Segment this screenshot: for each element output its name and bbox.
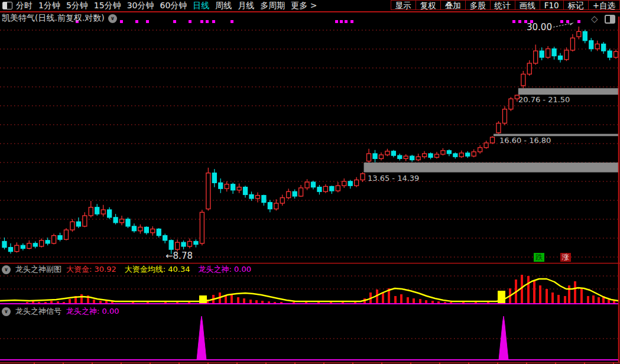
rise-button[interactable]: 涨: [560, 253, 571, 262]
period-item-4[interactable]: 30分钟: [127, 1, 154, 11]
toolbar-button-2[interactable]: 叠加: [440, 0, 466, 10]
svg-text:20.76 - 21.50: 20.76 - 21.50: [518, 95, 570, 104]
svg-text:←8.78: ←8.78: [165, 251, 193, 261]
toolbar-button-5[interactable]: 画线: [515, 0, 540, 10]
panel2-collapse-icon[interactable]: ∨: [2, 307, 11, 316]
toolbar-button-1[interactable]: 复权: [416, 0, 441, 10]
toolbar-button-4[interactable]: 统计: [490, 0, 515, 10]
period-item-10[interactable]: 更多 >: [291, 1, 317, 11]
panel1-fields: 大资金: 30.92大资金均线: 40.34龙头之神: 0.00: [66, 264, 251, 275]
toolbar-button-7[interactable]: 标记: [563, 0, 589, 10]
signal-dots: [76, 20, 580, 23]
period-item-5[interactable]: 60分钟: [160, 1, 187, 11]
indicator-field-龙头之神: 龙头之神: 0.00: [66, 306, 119, 317]
panel1-chart: [0, 275, 618, 304]
gap-bands: 20.76 - 21.5016.60 - 16.8013.65 - 14.39: [364, 88, 618, 183]
indicator-field-大资金: 大资金: 30.92: [66, 264, 116, 275]
panel2-header: ∨ 龙头之神信号 龙头之神: 0.00: [2, 306, 119, 317]
top-toolbar: 分时1分钟5分钟15分钟30分钟60分钟日线周线月线多周期更多 > 显示复权叠加…: [0, 0, 620, 12]
indicator-field-龙头之神: 龙头之神: 0.00: [198, 264, 251, 275]
period-item-1[interactable]: 1分钟: [38, 1, 60, 11]
period-item-9[interactable]: 多周期: [260, 1, 285, 11]
period-item-0[interactable]: 分时: [16, 1, 33, 11]
chart-title-row: 凯美特气(日线.前复权.对数) ∨: [2, 13, 117, 24]
toolbar-button-0[interactable]: 显示: [391, 0, 416, 10]
fall-button[interactable]: 跌: [534, 253, 544, 262]
panel2-fields: 龙头之神: 0.00: [66, 306, 119, 317]
collapse-chevron-icon[interactable]: ∨: [108, 14, 117, 23]
panel2-title: 龙头之神信号: [15, 306, 61, 317]
period-item-2[interactable]: 5分钟: [66, 1, 88, 11]
indicator-field-大资金均线: 大资金均线: 40.34: [125, 264, 190, 275]
svg-text:30.00: 30.00: [527, 22, 552, 32]
period-menu: 分时1分钟5分钟15分钟30分钟60分钟日线周线月线多周期更多 >: [16, 1, 317, 11]
panel1-title: 龙头之神副图: [15, 264, 61, 275]
diamond-marker-icon[interactable]: ◇: [591, 14, 598, 24]
period-item-7[interactable]: 周线: [215, 1, 232, 11]
toolbar-button-6[interactable]: F10: [540, 0, 564, 10]
window-layout-icon[interactable]: [2, 2, 12, 9]
period-item-8[interactable]: 月线: [238, 1, 254, 11]
panel2-chart: [0, 316, 620, 364]
panel1-header: ∨ 龙头之神副图 大资金: 30.92大资金均线: 40.34龙头之神: 0.0…: [2, 264, 251, 275]
toolbar-button-3[interactable]: 多股: [465, 0, 491, 10]
stock-title: 凯美特气(日线.前复权.对数): [2, 13, 105, 24]
svg-text:16.60 - 16.80: 16.60 - 16.80: [499, 136, 551, 145]
period-item-6[interactable]: 日线: [193, 1, 209, 11]
period-item-3[interactable]: 15分钟: [94, 1, 121, 11]
split-pane-icon[interactable]: [605, 15, 615, 24]
toolbar-button-8[interactable]: +自选: [588, 0, 620, 10]
panel1-collapse-icon[interactable]: ∨: [2, 265, 11, 274]
toolbar-buttons: 显示复权叠加多股统计画线F10标记+自选: [391, 0, 620, 10]
svg-text:13.65 - 14.39: 13.65 - 14.39: [368, 174, 419, 183]
